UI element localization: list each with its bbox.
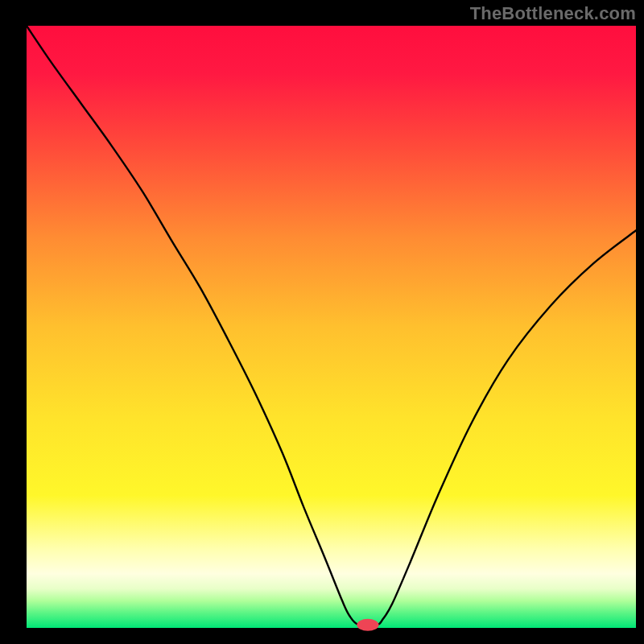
bottleneck-chart [0, 0, 644, 644]
optimal-marker [357, 619, 378, 631]
watermark-label: TheBottleneck.com [470, 3, 636, 24]
plot-background [27, 26, 636, 628]
chart-frame: TheBottleneck.com [0, 0, 644, 644]
